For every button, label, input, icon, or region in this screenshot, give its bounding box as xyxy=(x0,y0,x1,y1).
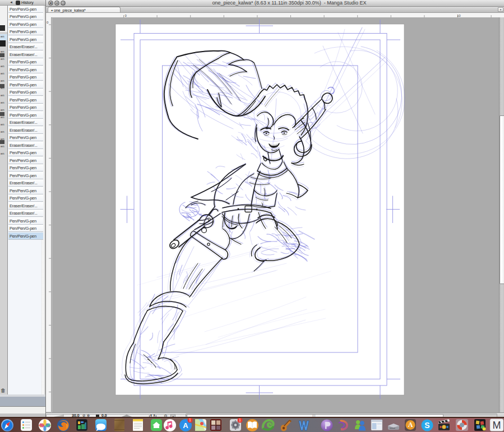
svg-text:0: 0 xyxy=(125,14,127,17)
svg-text:S: S xyxy=(424,421,429,430)
svg-text:10: 10 xyxy=(457,14,461,17)
svg-text:M: M xyxy=(493,420,501,431)
svg-text:1: 1 xyxy=(189,418,191,422)
svg-text:A: A xyxy=(183,421,188,430)
svg-text:0: 0 xyxy=(47,21,49,24)
svg-text:A: A xyxy=(408,421,413,429)
svg-text:1: 1 xyxy=(239,418,241,422)
